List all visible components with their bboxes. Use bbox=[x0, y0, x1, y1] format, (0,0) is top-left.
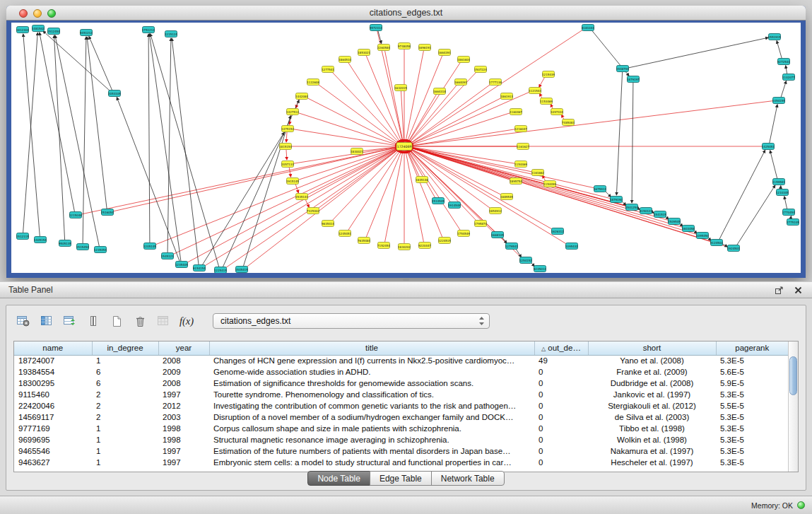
tab-edge-table[interactable]: Edge Table bbox=[370, 471, 432, 486]
graph-edge bbox=[332, 72, 400, 144]
float-panel-button[interactable] bbox=[774, 285, 784, 296]
function-icon: f(x) bbox=[180, 315, 194, 327]
table-settings-button[interactable] bbox=[15, 314, 32, 328]
table-row[interactable]: 946362711997Embryonic stem cells: a mode… bbox=[14, 457, 788, 468]
column-header-pagerank[interactable]: pagerank bbox=[716, 341, 788, 355]
sort-ascending-icon: △ bbox=[541, 346, 546, 352]
graph-node-label: 1235454 bbox=[94, 248, 107, 252]
graph-edge bbox=[298, 148, 399, 180]
graph-node-label: 1664091 bbox=[454, 81, 467, 84]
graph-edge bbox=[411, 148, 683, 228]
graph-node-label: 1754549 bbox=[457, 232, 470, 235]
table-toolbar: f(x) citations_edges.txt bbox=[6, 305, 806, 332]
table-row[interactable]: 2242004622012Investigating the contribut… bbox=[14, 400, 788, 411]
graph-edge bbox=[117, 98, 180, 262]
graph-edge bbox=[407, 151, 442, 238]
graph-node-label: 1205145 bbox=[143, 245, 156, 248]
graph-node-label: 1097434 bbox=[551, 110, 563, 114]
network-view-frame: 1724069185302122605849748058169619116643… bbox=[6, 21, 806, 278]
table-row[interactable]: 977716911998Corpus callosum shape and si… bbox=[14, 423, 788, 434]
column-header-short[interactable]: short bbox=[588, 341, 716, 355]
network-window: citations_edges.txt 17240691853021226058… bbox=[6, 6, 806, 278]
graph-edge bbox=[408, 85, 457, 144]
graph-node-label: 1512454 bbox=[47, 30, 60, 33]
graph-node-label: 5572312 bbox=[370, 26, 382, 30]
graph-node-label: 1853021 bbox=[358, 51, 370, 54]
graph-node-label: 1095432 bbox=[565, 245, 578, 248]
graph-node-label: 1830021 bbox=[351, 150, 363, 153]
column-header-name[interactable]: name bbox=[14, 341, 92, 355]
graph-node-label: 1696191 bbox=[418, 46, 431, 49]
function-builder-button[interactable]: f(x) bbox=[178, 314, 195, 328]
merge-table-button[interactable] bbox=[155, 314, 172, 328]
node-table-view: namein_degreeyeartitle△out_de…shortpager… bbox=[13, 341, 799, 472]
table-row[interactable]: 946554611997Estimation of the future num… bbox=[14, 445, 788, 457]
graph-node-label: 1724069 bbox=[397, 145, 412, 148]
graph-node-label: 1507224 bbox=[474, 68, 487, 71]
graph-edge bbox=[408, 149, 476, 221]
table-row[interactable]: 969969511998Structural magnetic resonanc… bbox=[14, 434, 788, 445]
column-header-title[interactable]: title bbox=[209, 341, 534, 355]
network-graph[interactable]: 1724069185302122605849748058169619116643… bbox=[11, 23, 801, 273]
window-titlebar[interactable]: citations_edges.txt bbox=[6, 6, 806, 21]
graph-node-label: 1541515 bbox=[654, 213, 666, 216]
graph-node-label: 1632015 bbox=[394, 86, 407, 90]
graph-node-label: 1279541 bbox=[505, 245, 518, 248]
graph-edge bbox=[410, 98, 502, 144]
show-columns-button[interactable] bbox=[38, 314, 55, 328]
table-selector[interactable]: citations_edges.txt bbox=[213, 313, 490, 329]
graph-edge bbox=[151, 34, 219, 267]
graph-edge bbox=[23, 34, 40, 236]
graph-edge bbox=[777, 41, 782, 59]
minimize-window-button[interactable] bbox=[33, 9, 42, 18]
table-row[interactable]: 1456911722003Disruption of a novel membe… bbox=[14, 411, 788, 423]
graph-node-label: 7485083 bbox=[562, 121, 575, 124]
graph-edge bbox=[411, 147, 594, 188]
graph-node-label: 1668105 bbox=[491, 233, 504, 237]
graph-edge bbox=[411, 113, 511, 146]
graph-node-label: 9154154 bbox=[193, 267, 206, 270]
table-row[interactable]: 911546021997Tourette syndrome. Phenomeno… bbox=[14, 389, 788, 400]
new-document-button[interactable] bbox=[108, 314, 125, 328]
vertical-scrollbar[interactable] bbox=[788, 341, 798, 472]
graph-edge bbox=[23, 33, 38, 233]
scrollbar-thumb[interactable] bbox=[789, 356, 797, 395]
graph-node-label: 2057133 bbox=[281, 163, 294, 166]
status-bar: Memory: OK bbox=[0, 496, 812, 514]
graph-edge bbox=[408, 62, 460, 143]
column-header-out_degree[interactable]: △out_de… bbox=[534, 341, 588, 355]
graph-node-label: 1512115 bbox=[16, 235, 29, 238]
graph-node-label: 1777138 bbox=[489, 81, 502, 84]
graph-edge bbox=[385, 51, 404, 142]
import-rows-button[interactable] bbox=[61, 314, 78, 328]
column-header-in_degree[interactable]: in_degree bbox=[92, 341, 158, 355]
graph-node-label: 1095450 bbox=[696, 234, 709, 238]
graph-edge bbox=[407, 56, 442, 143]
tab-network-table[interactable]: Network Table bbox=[431, 471, 505, 486]
graph-edge bbox=[632, 83, 633, 203]
graph-node-label: 1864510 bbox=[339, 58, 351, 62]
tab-node-table[interactable]: Node Table bbox=[307, 471, 370, 486]
graph-node-label: 1924501 bbox=[727, 247, 740, 250]
table-row[interactable]: 1872400712008Changes of HCN gene express… bbox=[14, 355, 788, 366]
graph-node-label: 9451212 bbox=[80, 31, 93, 35]
splitter-handle[interactable] bbox=[403, 279, 409, 281]
graph-node-label: 9748058 bbox=[398, 45, 411, 48]
delete-button[interactable] bbox=[131, 314, 148, 328]
graph-node-label: 1215048 bbox=[69, 214, 82, 217]
graph-node-label: 1775105 bbox=[787, 221, 799, 224]
graph-node-label: 7635484 bbox=[358, 239, 370, 243]
add-column-button[interactable] bbox=[85, 314, 102, 328]
network-canvas[interactable]: 1724069185302122605849748058169619116643… bbox=[11, 23, 801, 273]
zoom-window-button[interactable] bbox=[47, 9, 56, 18]
graph-node-label: 1854912 bbox=[489, 209, 502, 213]
table-row[interactable]: 1830029562008Estimation of significance … bbox=[14, 378, 788, 389]
graph-edge bbox=[410, 92, 529, 145]
close-window-button[interactable] bbox=[19, 9, 28, 18]
table-row[interactable]: 1938455462009Genome-wide association stu… bbox=[14, 366, 788, 378]
graph-node-label: 1626312 bbox=[551, 230, 564, 233]
graph-node-label: 1475152 bbox=[281, 127, 294, 131]
graph-node-label: 1509545 bbox=[668, 220, 681, 223]
close-panel-button[interactable] bbox=[793, 285, 804, 296]
column-header-year[interactable]: year bbox=[158, 341, 209, 355]
